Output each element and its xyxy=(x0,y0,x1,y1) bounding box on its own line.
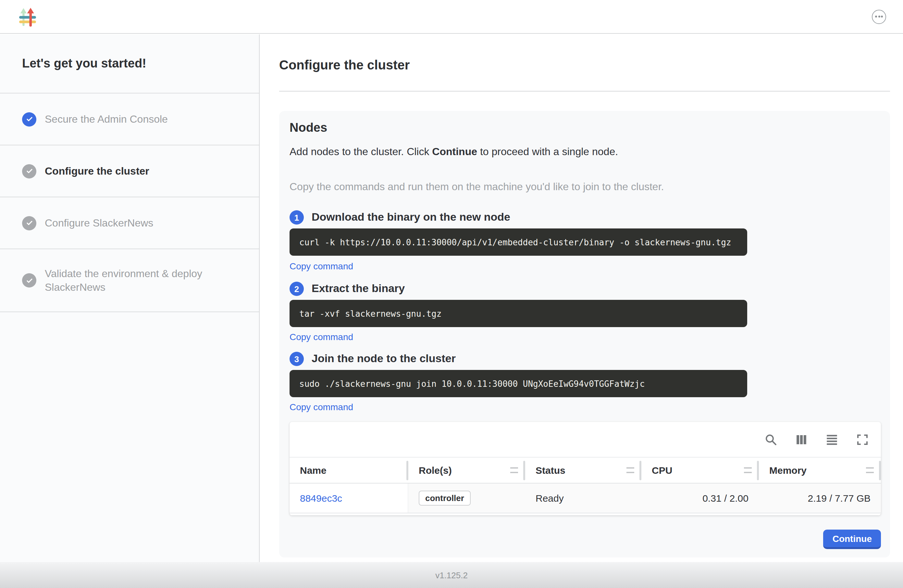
step-1-title: Download the binary on the new node xyxy=(311,210,510,225)
step-1-header: 1 Download the binary on the new node xyxy=(289,210,881,225)
step-2-copy-command-link[interactable]: Copy command xyxy=(289,332,353,343)
step-1-command-box: curl -k https://10.0.0.11:30000/api/v1/e… xyxy=(289,228,747,256)
column-drag-icon[interactable] xyxy=(510,467,518,473)
step-2-header: 2 Extract the binary xyxy=(289,281,881,297)
sidebar-item-label: Configure SlackerNews xyxy=(45,216,153,230)
step-3-copy-command-link[interactable]: Copy command xyxy=(289,402,353,413)
column-drag-icon[interactable] xyxy=(626,467,634,473)
column-resize-handle[interactable] xyxy=(879,461,881,480)
table-toolbar xyxy=(289,422,881,457)
step-3-badge: 3 xyxy=(289,352,304,366)
column-header-memory[interactable]: Memory xyxy=(759,458,881,483)
step-2-command: tar -xvf slackernews-gnu.tgz xyxy=(299,308,441,318)
step-3-command: sudo ./slackernews-gnu join 10.0.0.11:30… xyxy=(299,379,645,388)
continue-button[interactable]: Continue xyxy=(823,530,881,549)
search-icon[interactable] xyxy=(764,432,778,446)
app-footer: v1.125.2 xyxy=(0,562,903,588)
column-header-roles[interactable]: Role(s) xyxy=(408,458,525,483)
ellipsis-icon xyxy=(875,16,877,17)
check-circle-icon xyxy=(22,112,36,126)
sidebar-item-configure-slackernews[interactable]: Configure SlackerNews xyxy=(0,197,259,249)
sidebar-item-secure-admin-console[interactable]: Secure the Admin Console xyxy=(0,93,259,145)
table-header-row: Name Role(s) Status CPU xyxy=(289,457,881,484)
sidebar-item-label: Configure the cluster xyxy=(45,164,149,178)
fullscreen-icon[interactable] xyxy=(856,432,869,446)
join-hint-text: Copy the commands and run them on the ma… xyxy=(289,180,881,194)
step-1-badge: 1 xyxy=(289,210,304,225)
node-roles-cell: controller xyxy=(408,484,525,513)
sidebar-item-configure-cluster[interactable]: Configure the cluster xyxy=(0,145,259,197)
step-3-command-box: sudo ./slackernews-gnu join 10.0.0.11:30… xyxy=(289,370,747,397)
table-row: 8849ec3c controller Ready 0.31 / 2.00 2.… xyxy=(289,484,881,513)
nodes-panel: Nodes Add nodes to the cluster. Click Co… xyxy=(279,111,890,558)
node-name-link[interactable]: 8849ec3c xyxy=(300,493,342,504)
column-header-cpu[interactable]: CPU xyxy=(641,458,759,483)
role-chip: controller xyxy=(419,491,470,506)
nodes-table-card: Name Role(s) Status CPU xyxy=(289,422,881,515)
step-3-title: Join the node to the cluster xyxy=(311,351,456,367)
step-2-command-box: tar -xvf slackernews-gnu.tgz xyxy=(289,300,747,327)
slackernews-logo-icon xyxy=(19,8,37,27)
nodes-intro-text: Add nodes to the cluster. Click Continue… xyxy=(289,145,881,159)
step-1-copy-command-link[interactable]: Copy command xyxy=(289,261,353,273)
node-name-cell: 8849ec3c xyxy=(289,484,408,513)
main-content: Configure the cluster Nodes Add nodes to… xyxy=(260,35,903,562)
node-memory-cell: 2.19 / 7.77 GB xyxy=(759,484,881,513)
sidebar-title: Let's get you started! xyxy=(0,35,259,93)
sidebar-item-validate-deploy[interactable]: Validate the environment & deploy Slacke… xyxy=(0,249,259,312)
check-circle-icon xyxy=(22,216,36,230)
title-divider xyxy=(279,91,890,91)
check-circle-icon xyxy=(22,273,36,288)
top-nav-bar xyxy=(0,0,903,34)
step-3-header: 3 Join the node to the cluster xyxy=(289,351,881,367)
column-drag-icon[interactable] xyxy=(744,467,752,473)
step-2-badge: 2 xyxy=(289,281,304,296)
setup-steps-sidebar: Let's get you started! Secure the Admin … xyxy=(0,35,260,562)
sidebar-item-label: Secure the Admin Console xyxy=(45,112,168,126)
overflow-menu-button[interactable] xyxy=(872,9,886,24)
step-2-title: Extract the binary xyxy=(311,281,405,297)
step-1-command: curl -k https://10.0.0.11:30000/api/v1/e… xyxy=(299,237,731,247)
admin-console-page: Let's get you started! Secure the Admin … xyxy=(0,0,903,588)
page-title: Configure the cluster xyxy=(279,57,890,73)
node-cpu-cell: 0.31 / 2.00 xyxy=(641,484,759,513)
sidebar-item-label: Validate the environment & deploy Slacke… xyxy=(45,267,239,294)
check-circle-icon xyxy=(22,164,36,178)
density-rows-icon[interactable] xyxy=(825,432,839,446)
panel-actions: Continue xyxy=(289,530,881,549)
table-bottom-spacer xyxy=(289,513,881,515)
nodes-heading: Nodes xyxy=(289,120,881,136)
column-header-name[interactable]: Name xyxy=(289,458,408,483)
column-header-status[interactable]: Status xyxy=(525,458,641,483)
node-status-cell: Ready xyxy=(525,484,641,513)
column-drag-icon[interactable] xyxy=(866,467,874,473)
version-label: v1.125.2 xyxy=(435,570,468,580)
view-columns-icon[interactable] xyxy=(794,432,808,446)
